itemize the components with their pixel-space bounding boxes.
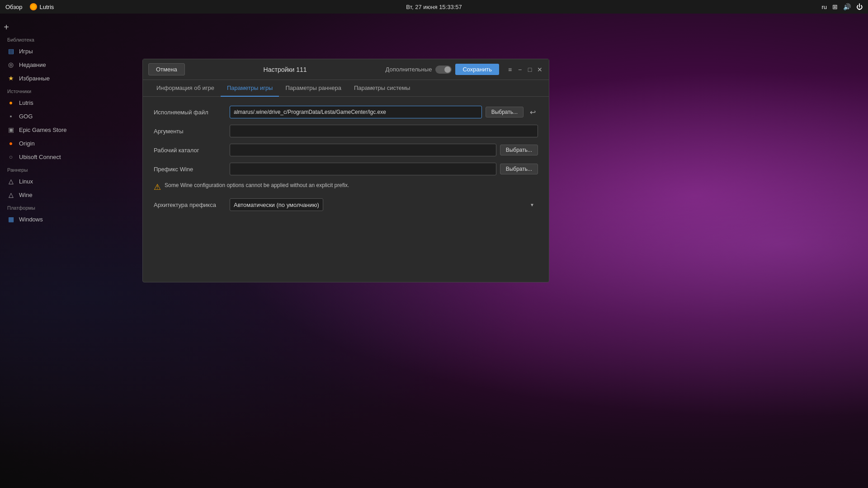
executable-label: Исполняемый файл [154, 109, 226, 116]
games-icon: ▤ [7, 47, 14, 55]
cancel-button[interactable]: Отмена [148, 63, 185, 75]
working-dir-browse-button[interactable]: Выбрать... [500, 145, 538, 155]
recent-icon: ◎ [7, 61, 14, 68]
windows-icon: ▦ [7, 216, 14, 223]
taskbar-app: Lutris [30, 3, 54, 10]
minimize-icon[interactable]: − [516, 66, 524, 73]
volume-icon: 🔊 [843, 3, 851, 10]
taskbar-left: Обзор Lutris [5, 3, 54, 10]
arguments-input[interactable] [230, 125, 538, 137]
wine-icon: △ [7, 191, 14, 198]
sidebar-wine-label: Wine [19, 192, 33, 198]
overview-label[interactable]: Обзор [5, 4, 23, 10]
ubisoft-icon: ○ [7, 153, 14, 160]
gog-icon: ▪ [7, 113, 14, 120]
sidebar-games-label: Игры [19, 48, 33, 55]
wine-prefix-label: Префикс Wine [154, 166, 226, 173]
working-dir-input[interactable] [230, 144, 496, 156]
tab-game-params[interactable]: Параметры игры [221, 80, 279, 97]
taskbar-datetime: Вт, 27 июня 15:33:57 [406, 4, 462, 10]
sidebar-item-windows[interactable]: ▦ Windows [0, 212, 145, 226]
sidebar-linux-label: Linux [19, 178, 33, 185]
sidebar-item-lutris[interactable]: ● Lutris [0, 96, 145, 109]
settings-dialog: Отмена Настройки 111 Дополнительные Сохр… [142, 59, 549, 282]
sidebar-item-recent[interactable]: ◎ Недавние [0, 58, 145, 71]
sidebar-gog-label: GOG [19, 113, 33, 120]
working-dir-row: Рабочий каталог Выбрать... [154, 144, 538, 156]
warning-row: ⚠ Some Wine configuration options cannot… [154, 182, 538, 192]
executable-browse-button[interactable]: Выбрать... [486, 107, 524, 117]
sidebar-item-linux[interactable]: △ Linux [0, 174, 145, 188]
sidebar-item-wine[interactable]: △ Wine [0, 188, 145, 202]
sidebar-item-origin[interactable]: ● Origin [0, 136, 145, 150]
add-button[interactable]: + [0, 21, 13, 33]
wine-prefix-row: Префикс Wine Выбрать... [154, 163, 538, 175]
additional-label: Дополнительные [385, 66, 432, 73]
power-icon: ⏻ [856, 3, 863, 10]
close-icon[interactable]: ✕ [536, 66, 543, 73]
sidebar: + Библиотека ▤ Игры ◎ Недавние ★ Избранн… [0, 14, 145, 488]
linux-icon: △ [7, 178, 14, 185]
arguments-row: Аргументы [154, 125, 538, 137]
sidebar-item-favorites[interactable]: ★ Избранные [0, 71, 145, 85]
lutris-icon [30, 3, 37, 10]
executable-reset-button[interactable]: ↩ [527, 107, 538, 117]
wine-prefix-browse-button[interactable]: Выбрать... [500, 164, 538, 174]
epic-icon: ▣ [7, 126, 14, 133]
library-section-label: Библиотека [0, 33, 145, 44]
working-dir-label: Рабочий каталог [154, 147, 226, 154]
dialog-titlebar: Отмена Настройки 111 Дополнительные Сохр… [143, 59, 549, 80]
dialog-tabs: Информация об игре Параметры игры Параме… [143, 80, 549, 97]
sidebar-windows-label: Windows [19, 216, 43, 223]
executable-input[interactable] [230, 106, 482, 118]
window-controls: ≡ − □ ✕ [506, 66, 543, 73]
locale-indicator: ru [821, 4, 827, 10]
sources-section-label: Источники [0, 85, 145, 96]
sidebar-lutris-label: Lutris [19, 99, 33, 106]
dialog-title: Настройки 111 [189, 66, 382, 73]
sidebar-item-ubisoft[interactable]: ○ Ubisoft Connect [0, 150, 145, 164]
sidebar-favorites-label: Избранные [19, 75, 50, 82]
sidebar-item-games[interactable]: ▤ Игры [0, 44, 145, 58]
tab-system-params[interactable]: Параметры системы [348, 80, 417, 97]
arch-select[interactable]: Автоматически (по умолчанию) 32-bit (win… [230, 198, 323, 211]
taskbar-right: ru ⊞ 🔊 ⏻ [821, 3, 863, 10]
arguments-label: Аргументы [154, 128, 226, 135]
sidebar-origin-label: Origin [19, 140, 35, 147]
executable-row: Исполняемый файл Выбрать... ↩ [154, 106, 538, 118]
tab-game-info[interactable]: Информация об игре [150, 80, 221, 97]
additional-toggle[interactable] [435, 66, 452, 74]
tab-runner-params[interactable]: Параметры раннера [279, 80, 347, 97]
network-icon: ⊞ [832, 3, 838, 10]
taskbar-app-label: Lutris [40, 4, 54, 10]
favorites-icon: ★ [7, 75, 14, 82]
sidebar-item-gog[interactable]: ▪ GOG [0, 109, 145, 123]
platforms-section-label: Платформы [0, 202, 145, 212]
warning-text: Some Wine configuration options cannot b… [165, 182, 349, 189]
sidebar-ubisoft-label: Ubisoft Connect [19, 154, 61, 160]
sidebar-item-epic[interactable]: ▣ Epic Games Store [0, 123, 145, 136]
origin-icon: ● [7, 140, 14, 147]
arch-select-wrapper: Автоматически (по умолчанию) 32-bit (win… [230, 198, 538, 211]
save-button[interactable]: Сохранить [455, 64, 499, 75]
lutris-source-icon: ● [7, 99, 14, 106]
dialog-content: Исполняемый файл Выбрать... ↩ Аргументы … [143, 97, 549, 282]
menu-icon[interactable]: ≡ [506, 66, 514, 73]
arch-row: Архитектура префикса Автоматически (по у… [154, 198, 538, 211]
runners-section-label: Раннеры [0, 164, 145, 174]
taskbar: Обзор Lutris Вт, 27 июня 15:33:57 ru ⊞ 🔊… [0, 0, 868, 14]
wine-prefix-input[interactable] [230, 163, 496, 175]
arch-label: Архитектура префикса [154, 202, 226, 208]
warning-icon: ⚠ [154, 182, 161, 192]
sidebar-recent-label: Недавние [19, 61, 46, 68]
sidebar-epic-label: Epic Games Store [19, 127, 67, 133]
maximize-icon[interactable]: □ [526, 66, 533, 73]
